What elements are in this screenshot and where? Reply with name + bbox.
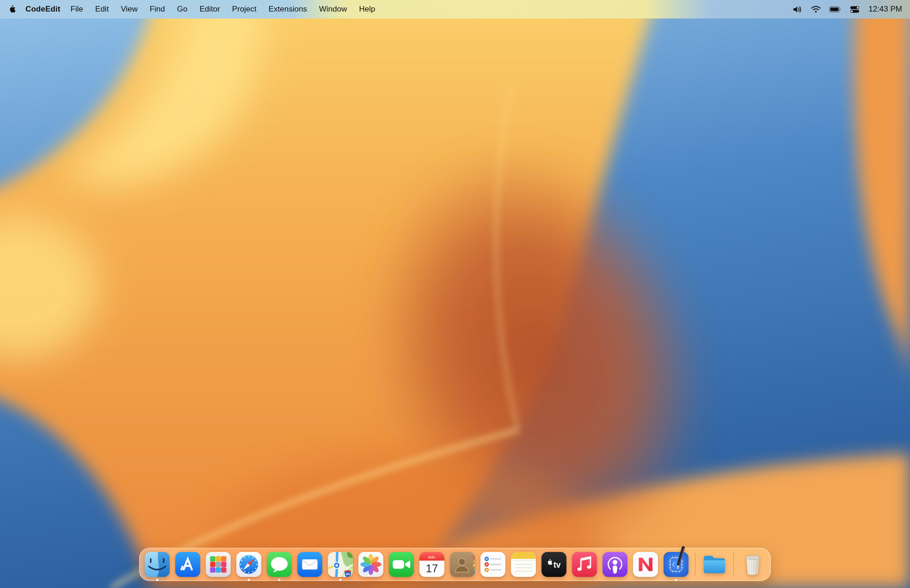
dock-item-app-store[interactable] <box>175 551 201 577</box>
dock-item-safari[interactable] <box>236 551 262 577</box>
messages-icon <box>266 551 292 577</box>
clock[interactable]: 12:43 PM <box>868 5 902 14</box>
running-indicator <box>675 579 677 581</box>
maps-icon: 280 <box>327 551 353 577</box>
podcasts-icon <box>602 551 628 577</box>
wifi-icon[interactable] <box>811 6 821 13</box>
codeedit-icon <box>663 551 689 577</box>
running-indicator <box>248 579 250 581</box>
dock-item-music[interactable] <box>572 551 597 577</box>
dock-item-folder[interactable] <box>701 551 727 577</box>
trash-icon <box>740 551 766 577</box>
app-store-icon <box>175 551 201 577</box>
menu-items: FileEditViewFindGoEditorProjectExtension… <box>64 5 381 14</box>
svg-text:JUL: JUL <box>428 555 436 559</box>
dock-item-launchpad[interactable] <box>205 551 231 577</box>
svg-text:17: 17 <box>426 562 438 575</box>
volume-icon[interactable] <box>793 6 803 13</box>
dock-item-photos[interactable] <box>358 551 384 577</box>
reminders-icon <box>480 551 506 577</box>
menu-help[interactable]: Help <box>353 5 381 14</box>
dock-item-tv[interactable]: tv <box>541 551 567 577</box>
safari-icon <box>236 551 262 577</box>
dock-divider <box>695 553 695 576</box>
dock-divider <box>733 553 734 576</box>
notes-icon <box>510 551 536 577</box>
dock-item-facetime[interactable] <box>388 551 414 577</box>
desktop-wallpaper <box>0 0 910 588</box>
dock-item-messages[interactable] <box>266 551 292 577</box>
calendar-icon: JUL17 <box>419 551 445 577</box>
menu-edit[interactable]: Edit <box>89 5 115 14</box>
status-area: 12:43 PM <box>793 5 910 14</box>
photos-icon <box>358 551 384 577</box>
menu-bar: CodeEdit FileEditViewFindGoEditorProject… <box>0 0 910 18</box>
menu-go[interactable]: Go <box>171 5 194 14</box>
dock-item-news[interactable] <box>633 551 658 577</box>
finder-icon <box>144 551 170 577</box>
menu-project[interactable]: Project <box>226 5 263 14</box>
menu-window[interactable]: Window <box>313 5 353 14</box>
svg-text:280: 280 <box>345 573 350 576</box>
dock-item-podcasts[interactable] <box>602 551 628 577</box>
svg-text:tv: tv <box>553 560 561 570</box>
tv-icon: tv <box>541 551 567 577</box>
menu-extensions[interactable]: Extensions <box>263 5 313 14</box>
running-indicator <box>278 579 281 581</box>
news-icon <box>633 551 658 577</box>
dock-item-reminders[interactable] <box>480 551 506 577</box>
apple-menu[interactable] <box>9 5 16 13</box>
running-indicator <box>339 579 342 581</box>
dock: 280JUL17tv <box>139 548 771 581</box>
dock-item-maps[interactable]: 280 <box>327 551 353 577</box>
battery-icon[interactable] <box>829 6 842 12</box>
menu-find[interactable]: Find <box>144 5 171 14</box>
dock-item-trash[interactable] <box>740 551 766 577</box>
contacts-icon <box>449 551 475 577</box>
apple-icon <box>9 5 16 13</box>
facetime-icon <box>388 551 414 577</box>
menu-file[interactable]: File <box>64 5 89 14</box>
dock-item-mail[interactable] <box>297 551 323 577</box>
dock-item-contacts[interactable] <box>449 551 475 577</box>
music-icon <box>572 551 597 577</box>
dock-item-notes[interactable] <box>510 551 536 577</box>
running-indicator <box>156 579 159 581</box>
dock-item-codeedit[interactable] <box>663 551 689 577</box>
dock-item-calendar[interactable]: JUL17 <box>419 551 445 577</box>
folder-icon <box>701 551 727 577</box>
menu-editor[interactable]: Editor <box>193 5 226 14</box>
active-app-name[interactable]: CodeEdit <box>25 5 60 14</box>
control-center-icon[interactable] <box>850 6 860 13</box>
menu-view[interactable]: View <box>115 5 144 14</box>
dock-item-finder[interactable] <box>144 551 170 577</box>
launchpad-icon <box>205 551 231 577</box>
mail-icon <box>297 551 323 577</box>
